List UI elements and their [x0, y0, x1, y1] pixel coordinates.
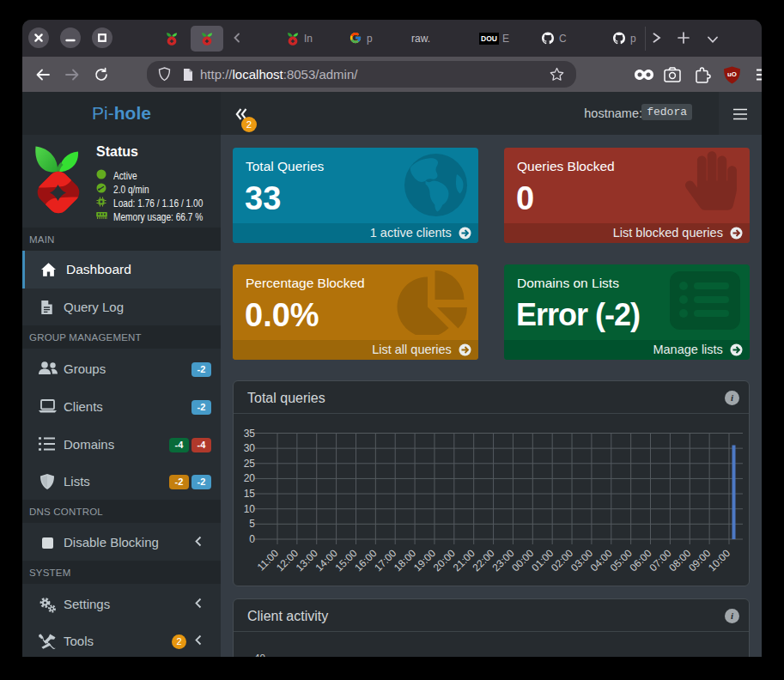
- svg-text:06:00: 06:00: [628, 547, 654, 574]
- svg-text:12:00: 12:00: [274, 547, 301, 574]
- svg-text:14:00: 14:00: [313, 547, 340, 574]
- svg-text:10: 10: [244, 503, 256, 515]
- svg-text:25: 25: [244, 458, 256, 470]
- svg-text:21:00: 21:00: [451, 547, 477, 574]
- svg-text:30: 30: [244, 442, 256, 454]
- svg-text:20:00: 20:00: [431, 547, 458, 574]
- svg-text:08:00: 08:00: [666, 547, 693, 574]
- svg-text:19:00: 19:00: [411, 547, 438, 574]
- svg-text:05:00: 05:00: [608, 547, 635, 574]
- svg-text:5: 5: [249, 518, 255, 530]
- svg-text:0: 0: [249, 533, 255, 545]
- svg-text:20: 20: [244, 472, 256, 484]
- svg-text:18:00: 18:00: [392, 547, 418, 574]
- svg-text:01:00: 01:00: [529, 547, 556, 574]
- svg-text:09:00: 09:00: [686, 547, 713, 574]
- svg-text:13:00: 13:00: [294, 547, 320, 574]
- svg-text:22:00: 22:00: [471, 547, 497, 574]
- svg-text:16:00: 16:00: [352, 547, 379, 574]
- svg-text:07:00: 07:00: [647, 547, 673, 574]
- svg-text:17:00: 17:00: [372, 547, 398, 574]
- svg-text:15:00: 15:00: [332, 547, 359, 574]
- svg-text:35: 35: [244, 428, 256, 440]
- svg-text:03:00: 03:00: [568, 547, 595, 574]
- svg-text:23:00: 23:00: [489, 547, 516, 574]
- svg-text:00:00: 00:00: [509, 547, 536, 574]
- svg-text:15: 15: [244, 488, 256, 500]
- svg-text:uO: uO: [727, 70, 737, 78]
- svg-text:10:00: 10:00: [706, 547, 732, 574]
- svg-text:02:00: 02:00: [549, 547, 575, 574]
- svg-text:04:00: 04:00: [588, 547, 615, 574]
